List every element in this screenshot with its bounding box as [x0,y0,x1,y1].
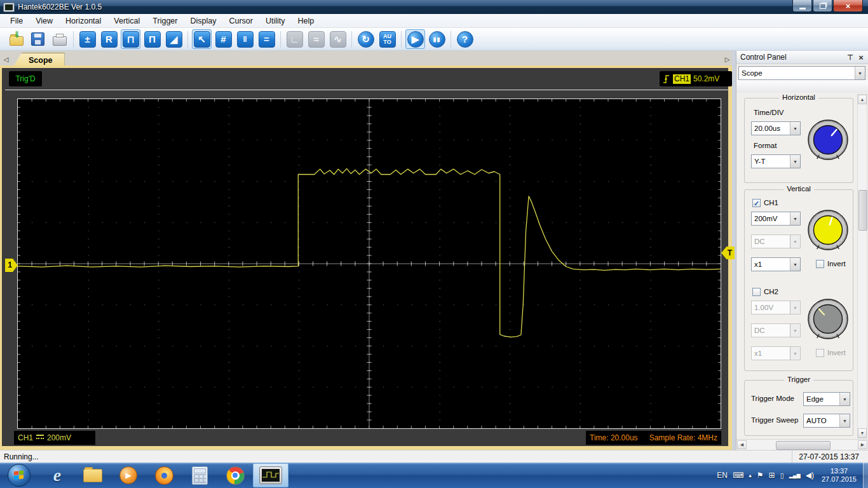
horizontal-cursor-button[interactable]: = [257,29,276,49]
hantek-scope-icon [259,466,282,484]
panel-vertical-scrollbar[interactable]: ▲ ▼ [857,94,867,438]
menu-cursor[interactable]: Cursor [222,14,259,28]
ch1-invert-checkbox[interactable] [816,260,824,268]
control-panel-header: Control Panel ⊤ × [736,51,868,64]
minimize-button[interactable] [792,0,812,12]
help-button[interactable]: ? [455,29,475,49]
pulse-wave-icon: Π [144,31,161,48]
format-select[interactable]: Y-T▼ [751,154,801,168]
horizontal-scroll-thumb[interactable] [776,441,831,450]
ch1-checkbox[interactable] [752,199,761,207]
ch2-probe-select: x1▼ [751,346,801,360]
taskbar-calculator[interactable] [182,463,217,487]
scroll-up-icon[interactable]: ▲ [858,95,867,104]
menu-vertical[interactable]: Vertical [107,14,146,28]
square-wave-icon: ⊓ [123,31,139,48]
windows-update-icon[interactable]: ⊞ [769,471,775,480]
tab-scroll-right-icon[interactable]: ▷ [723,55,731,64]
square-wave-button[interactable]: ⊓ [121,29,140,49]
ch2-label: CH2 [764,288,778,295]
print-button[interactable] [50,29,69,49]
import-arrow-icon: ⇓ [13,30,20,39]
tray-clock[interactable]: 13:3727.07.2015 [822,467,857,484]
menu-view[interactable]: View [29,14,59,28]
volume-icon[interactable]: ◀) [806,471,814,480]
ch1-position-knob[interactable] [806,208,850,252]
taskbar-file-explorer[interactable] [75,463,111,487]
taskbar-internet-explorer[interactable]: e [39,463,75,487]
cursor-pointer-button[interactable]: ↖ [192,29,212,49]
chevron-down-icon: ▼ [790,235,800,248]
show-hidden-icon[interactable]: ▴ [749,472,752,478]
scroll-down-icon[interactable]: ▼ [858,428,867,438]
save-button[interactable] [28,29,48,49]
restore-icon [820,3,826,9]
menu-display[interactable]: Display [184,14,222,28]
refresh-button[interactable]: ↻ [356,29,376,49]
window-title: Hantek6022BE Ver 1.0.5 [18,3,102,11]
ramp-wave-button[interactable]: ◢ [164,29,184,49]
refresh-icon: ↻ [358,31,374,48]
menu-trigger[interactable]: Trigger [146,14,184,28]
ch2-checkbox[interactable] [752,288,761,296]
open-button[interactable]: ⇓ [6,29,26,49]
language-indicator[interactable]: EN [717,471,728,480]
trigger-channel-badge: CH1 [673,74,691,84]
menu-horizontal[interactable]: Horizontal [59,14,107,28]
network-signal-icon[interactable]: ▂▄▆ [789,473,801,478]
menu-utility[interactable]: Utility [259,14,292,28]
step-interpolation-button: ∟ [285,29,304,49]
auto-set-icon: AU TO [379,31,396,48]
app-icon [3,3,15,12]
taskbar-firefox[interactable] [146,463,182,487]
start-button[interactable] [8,464,31,487]
auto-set-button[interactable]: AU TO [377,29,397,49]
trigger-mode-label: Trigger Mode [751,395,794,402]
trigger-mode-select[interactable]: Edge▼ [803,392,850,406]
keyboard-icon[interactable]: ⌨ [733,471,743,480]
panel-horizontal-scrollbar[interactable]: ◀ ▶ [736,439,868,450]
pin-icon[interactable]: ⊤ [845,53,855,62]
trigger-sweep-select[interactable]: AUTO▼ [803,414,850,428]
menu-bar: FileViewHorizontalVerticalTriggerDisplay… [0,14,868,28]
taskbar-apps: e▶ [39,463,288,488]
pause-button[interactable]: ▮▮ [427,29,447,49]
menu-help[interactable]: Help [292,14,321,28]
chevron-down-icon: ▼ [790,347,800,360]
ch1-scale-select[interactable]: 200mV▼ [751,212,801,226]
ch1-coupling-select: DC▼ [751,234,801,248]
taskbar-media-player[interactable]: ▶ [111,463,146,487]
pulse-wave-button[interactable]: Π [142,29,162,49]
status-datetime: 27-07-2015 13:37 [792,451,868,463]
ch1-probe-select[interactable]: x1▼ [751,257,801,271]
start-button[interactable]: ▶ [405,29,425,49]
close-icon: × [846,1,851,11]
battery-icon[interactable]: ▯ [780,471,784,480]
taskbar-hantek-scope[interactable] [253,463,288,487]
scroll-left-icon[interactable]: ◀ [737,440,747,449]
vertical-cursor-button[interactable]: ‖ [235,29,255,49]
vertical-scroll-thumb[interactable] [858,190,867,231]
taskbar-chrome[interactable] [217,463,253,487]
scroll-right-icon[interactable]: ▶ [858,440,867,449]
panel-mode-select[interactable]: Scope▼ [738,66,865,80]
restore-button[interactable] [813,0,832,12]
tab-scroll-left-icon[interactable]: ◁ [2,55,10,64]
time-div-select[interactable]: 20.00us▼ [751,121,801,135]
ch2-position-knob[interactable] [806,297,850,341]
toolbar-separator [187,31,188,48]
show-desktop-button[interactable] [863,463,868,488]
grid-display-button[interactable]: # [214,29,233,49]
sine-interpolation-button: ∿ [328,29,348,49]
close-button[interactable]: × [833,0,863,12]
toolbar-separator [451,31,451,48]
oscilloscope-display [17,98,721,429]
panel-close-icon[interactable]: × [855,53,867,62]
action-center-icon[interactable]: ⚑ [757,471,764,480]
horizontal-knob[interactable] [806,118,850,162]
menu-file[interactable]: File [4,14,29,28]
tray-date: 27.07.2015 [822,475,857,484]
math-button[interactable]: ± [78,29,97,49]
reference-button[interactable]: R [99,29,119,49]
trigger-status-badge: Trig'D [9,71,42,86]
